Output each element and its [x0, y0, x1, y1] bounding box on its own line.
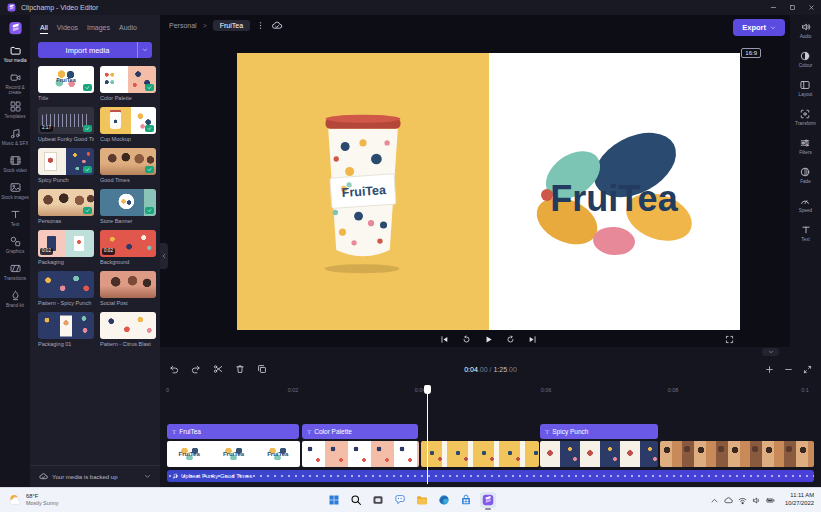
media-item-packaging[interactable]: 0:02 Packaging	[38, 230, 94, 265]
tray-chevron-up-icon[interactable]	[710, 496, 719, 505]
sidebar-item-graphics[interactable]: Graphics	[0, 233, 30, 260]
export-button[interactable]: Export	[733, 19, 785, 36]
zoom-in-button[interactable]	[765, 365, 774, 374]
taskbar-app-windows[interactable]	[326, 492, 342, 508]
minimize-button[interactable]	[764, 0, 783, 15]
taskbar-app-edge[interactable]	[436, 492, 452, 508]
fullscreen-icon[interactable]	[725, 335, 734, 344]
media-item-pattern-citrus-blast[interactable]: Pattern - Citrus Blast	[100, 312, 156, 347]
media-thumbnail[interactable]	[38, 148, 94, 175]
text-clip-fruitea[interactable]: T FruiTea	[167, 424, 299, 439]
taskbar-app-search[interactable]	[348, 492, 364, 508]
tab-audio[interactable]: Audio	[119, 24, 137, 34]
tool-filters[interactable]: Filters	[799, 138, 812, 163]
tab-videos[interactable]: Videos	[57, 24, 78, 34]
media-item-background[interactable]: 0:02 Background	[100, 230, 156, 265]
media-item-personas[interactable]: Personas	[38, 189, 94, 224]
taskbar-clock[interactable]: 11:11 AM 10/27/2022	[785, 492, 814, 507]
tool-speed[interactable]: Speed	[799, 196, 812, 221]
import-media-dropdown-button[interactable]	[137, 42, 152, 58]
tray-wifi-icon[interactable]	[738, 496, 747, 505]
text-clip-spicy-punch[interactable]: T Spicy Punch	[540, 424, 658, 439]
taskbar-app-file-explorer[interactable]	[414, 492, 430, 508]
fit-button[interactable]	[803, 365, 812, 374]
sidebar-item-transitions[interactable]: Transitions	[0, 260, 30, 287]
taskbar-app-task-view[interactable]	[370, 492, 386, 508]
forward-button[interactable]	[506, 335, 515, 344]
zoom-out-button[interactable]	[784, 365, 793, 374]
sidebar-item-text[interactable]: Text	[0, 206, 30, 233]
sidebar-item-music-sfx[interactable]: Music & SFX	[0, 125, 30, 152]
good-times-clip[interactable]	[660, 441, 814, 467]
text-clip-color-palette[interactable]: T Color Palette	[302, 424, 418, 439]
tool-colour[interactable]: Colour	[799, 51, 813, 76]
timeline-collapse-tab[interactable]	[762, 348, 779, 356]
rewind-button[interactable]	[462, 335, 471, 344]
media-item-color-palette[interactable]: Color Palette	[100, 66, 156, 101]
tool-audio[interactable]: Audio	[800, 22, 812, 47]
sidebar-item-stock-video[interactable]: Stock video	[0, 152, 30, 179]
preview-right-logo-scene[interactable]: FruiTea	[489, 53, 741, 330]
tray-cloud-icon[interactable]	[724, 496, 733, 505]
tab-images[interactable]: Images	[87, 24, 110, 34]
cloud-sync-icon[interactable]	[271, 20, 283, 31]
media-item-social-post[interactable]: Social Post	[100, 271, 156, 306]
sidebar-item-your-media[interactable]: Your media	[0, 42, 30, 69]
media-thumbnail[interactable]	[100, 271, 156, 298]
media-thumbnail[interactable]: 0:02	[38, 230, 94, 257]
media-thumbnail[interactable]	[100, 189, 156, 216]
preview-left-cup-scene[interactable]: FruiTea	[237, 53, 489, 330]
maximize-button[interactable]	[783, 0, 802, 15]
breadcrumb-personal[interactable]: Personal	[169, 22, 197, 29]
media-thumbnail[interactable]	[38, 189, 94, 216]
skip-start-button[interactable]	[440, 335, 449, 344]
media-thumbnail[interactable]: 0:02	[100, 230, 156, 257]
media-item-pattern-spicy-punch[interactable]: Pattern - Spicy Punch	[38, 271, 94, 306]
media-thumbnail[interactable]: 2:17	[38, 107, 94, 134]
sidebar-item-brand-kit[interactable]: Brand kit	[0, 287, 30, 314]
tray-battery-icon[interactable]	[766, 496, 775, 505]
split-button[interactable]	[213, 364, 223, 374]
media-thumbnail[interactable]	[100, 312, 156, 339]
project-name[interactable]: FruiTea	[213, 20, 250, 31]
chevron-down-icon[interactable]	[144, 473, 151, 480]
delete-button[interactable]	[235, 364, 245, 374]
taskbar-app-chat[interactable]	[392, 492, 408, 508]
media-thumbnail[interactable]	[38, 271, 94, 298]
play-button[interactable]	[484, 335, 493, 344]
media-item-spicy-punch[interactable]: Spicy Punch	[38, 148, 94, 183]
sidebar-item-stock-images[interactable]: Stock images	[0, 179, 30, 206]
playhead-handle[interactable]	[424, 385, 431, 394]
skip-end-button[interactable]	[528, 335, 537, 344]
panel-collapse-handle[interactable]	[160, 243, 168, 269]
color-palette-clip[interactable]	[302, 441, 419, 467]
backup-status-bar[interactable]: Your media is backed up	[30, 465, 160, 487]
taskbar-app-clipchamp[interactable]	[480, 492, 496, 508]
timeline-ruler[interactable]: 00:020:040:060:080:1	[160, 387, 821, 398]
media-item-store-banner[interactable]: Store Banner	[100, 189, 156, 224]
title-clip[interactable]: FruiTeaFruiTeaFruiTea	[167, 441, 300, 467]
media-item-cup-mockup[interactable]: Cup Mockup	[100, 107, 156, 142]
duplicate-button[interactable]	[257, 364, 267, 374]
taskbar-app-store[interactable]	[458, 492, 474, 508]
tool-text[interactable]: Text	[801, 225, 811, 250]
media-thumbnail[interactable]: FruiTea	[38, 66, 94, 93]
clipchamp-logo-icon[interactable]	[7, 21, 24, 35]
sidebar-item-templates[interactable]: Templates	[0, 98, 30, 125]
tool-fade[interactable]: Fade	[800, 167, 810, 192]
close-button[interactable]	[802, 0, 821, 15]
media-item-packaging-01[interactable]: Packaging 01	[38, 312, 94, 347]
redo-button[interactable]	[191, 364, 201, 374]
tray-volume-icon[interactable]	[752, 496, 761, 505]
media-thumbnail[interactable]	[100, 107, 156, 134]
tool-transform[interactable]: Transform	[795, 109, 816, 134]
more-options-icon[interactable]	[256, 21, 265, 30]
media-item-upbeat-funky-good-tim[interactable]: 2:17 Upbeat Funky Good Tim...	[38, 107, 94, 142]
tool-layout[interactable]: Layout	[799, 80, 813, 105]
tab-all[interactable]: All	[40, 24, 48, 34]
audio-clip[interactable]: Upbeat Funky Good Times	[167, 470, 814, 482]
media-item-title[interactable]: FruiTea Title	[38, 66, 94, 101]
media-item-good-times[interactable]: Good Times	[100, 148, 156, 183]
import-media-button[interactable]: Import media	[38, 42, 137, 58]
undo-button[interactable]	[169, 364, 179, 374]
